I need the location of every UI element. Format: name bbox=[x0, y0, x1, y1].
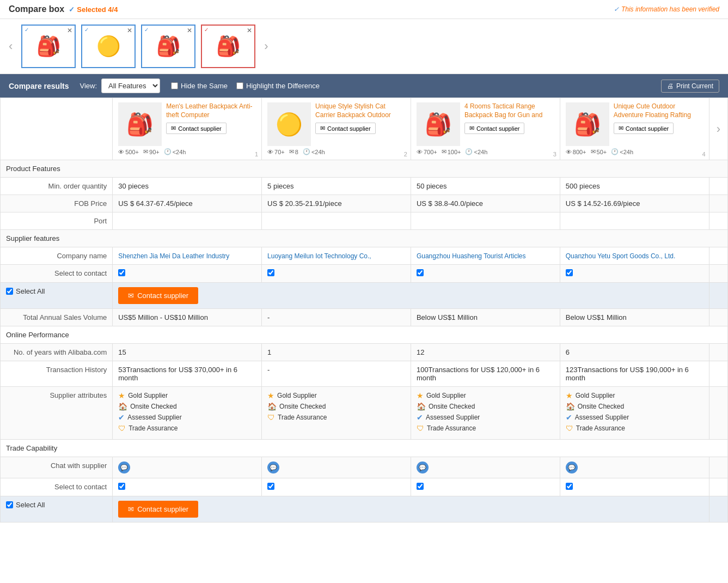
highlight-diff-checkbox[interactable]: Highlight the Difference bbox=[236, 82, 320, 90]
thumbnail-1[interactable]: ✓ 🎒 ✕ bbox=[21, 25, 76, 68]
thumb-close-2[interactable]: ✕ bbox=[127, 27, 132, 34]
supplier-features-header: Supplier features bbox=[1, 230, 728, 247]
thumbnail-2[interactable]: ✓ 🟡 ✕ bbox=[81, 25, 136, 68]
company-name-row: Company name Shenzhen Jia Mei Da Leather… bbox=[1, 247, 728, 265]
toolbar-view: View: All Features bbox=[79, 78, 160, 93]
product-image-1: 🎒 bbox=[118, 102, 162, 146]
product-title-4: Unique Cute Outdoor Adventure Floating R… bbox=[614, 102, 703, 119]
product-header-row: 🎒 Men's Leather Backpack Anti-theft Comp… bbox=[1, 98, 728, 160]
views-4: 👁800+ bbox=[566, 149, 586, 155]
badge-assessed-3: ✔Assessed Supplier bbox=[417, 413, 554, 422]
select-checkbox-2-4[interactable] bbox=[560, 478, 709, 496]
trade-capability-label: Trade Capability bbox=[1, 440, 728, 457]
total-sales-row: Total Annual Sales Volume US$5 Million -… bbox=[1, 309, 728, 326]
chat-btn-1[interactable]: 💬 bbox=[118, 461, 130, 473]
product-card-2: 🟡 Unique Style Stylish Cat Carrier Backp… bbox=[267, 102, 405, 146]
thumb-close-4[interactable]: ✕ bbox=[247, 27, 252, 34]
thumb-img-1: 🎒 bbox=[36, 35, 61, 58]
views-3: 👁700+ bbox=[417, 149, 437, 155]
badge-onsite-2: 🏠Onsite Checked bbox=[267, 402, 405, 411]
product-stats-1: 👁500+ ✉90+ 🕐<24h bbox=[118, 148, 256, 155]
select-checkbox-2-2[interactable] bbox=[262, 478, 411, 496]
company-link-1[interactable]: Shenzhen Jia Mei Da Leather Industry bbox=[118, 252, 229, 260]
prev-arrow[interactable]: ‹ bbox=[9, 39, 16, 53]
product-num-2: 2 bbox=[404, 151, 407, 157]
thumb-close-1[interactable]: ✕ bbox=[67, 27, 72, 34]
table-next-arrow[interactable]: › bbox=[717, 122, 720, 136]
chat-supplier-row: Chat with supplier 💬 💬 💬 💬 bbox=[1, 457, 728, 478]
select-checkbox-1[interactable] bbox=[113, 265, 262, 283]
product-stats-3: 👁700+ ✉100+ 🕐<24h bbox=[417, 148, 554, 155]
product-image-4: 🎒 bbox=[566, 102, 609, 146]
envelope-icon-3: ✉ bbox=[469, 125, 474, 132]
select-checkbox-3[interactable] bbox=[411, 265, 560, 283]
company-link-2[interactable]: Luoyang Meilun Iot Technology Co., bbox=[267, 252, 371, 260]
total-sales-val-4: Below US$1 Million bbox=[560, 309, 709, 326]
select-all-checkbox-2[interactable] bbox=[6, 501, 13, 508]
thumb-check-2: ✓ bbox=[84, 27, 89, 33]
contact-supplier-btn-1[interactable]: ✉ Contact supplier bbox=[118, 287, 198, 304]
total-sales-empty bbox=[709, 309, 727, 326]
online-performance-header: Online Performance bbox=[1, 326, 728, 344]
select-checkbox-4[interactable] bbox=[560, 265, 709, 283]
home-icon-1: 🏠 bbox=[118, 402, 127, 411]
verified-info: ✓ This information has been verified bbox=[614, 5, 719, 13]
company-link-3[interactable]: Guangzhou Huasheng Tourist Articles bbox=[417, 252, 526, 260]
chat-btn-4[interactable]: 💬 bbox=[566, 461, 578, 473]
product-features-header: Product Features bbox=[1, 160, 728, 178]
toolbar: Compare results View: All Features Hide … bbox=[0, 74, 728, 98]
select-all-checkbox-1[interactable] bbox=[6, 288, 13, 295]
chat-btn-3[interactable]: 💬 bbox=[417, 461, 429, 473]
years-alibaba-val-4: 6 bbox=[560, 344, 709, 361]
contact-btn-3[interactable]: ✉ Contact supplier bbox=[464, 123, 525, 134]
trade-icon-4: 🛡 bbox=[566, 424, 573, 433]
fob-price-val-1: US $ 64.37-67.45/piece bbox=[113, 195, 262, 212]
print-button[interactable]: 🖨 Print Current bbox=[661, 80, 719, 93]
years-alibaba-row: No. of years with Alibaba.com 15 1 12 6 bbox=[1, 344, 728, 361]
select-checkbox-2[interactable] bbox=[262, 265, 411, 283]
view-select[interactable]: All Features bbox=[101, 78, 160, 93]
min-order-val-3: 50 pieces bbox=[411, 178, 560, 195]
gold-icon-1: ★ bbox=[118, 391, 125, 400]
thumbnail-3[interactable]: ✓ 🎒 ✕ bbox=[141, 25, 195, 68]
total-sales-label: Total Annual Sales Volume bbox=[1, 309, 113, 326]
contact-btn-4[interactable]: ✉ Contact supplier bbox=[614, 123, 674, 134]
messages-4: ✉50+ bbox=[591, 148, 607, 155]
company-link-4[interactable]: Quanzhou Yetu Sport Goods Co., Ltd. bbox=[566, 252, 675, 260]
badge-assessed-4: ✔Assessed Supplier bbox=[566, 413, 703, 422]
contact-btn-1[interactable]: ✉ Contact supplier bbox=[166, 123, 227, 134]
assessed-icon-3: ✔ bbox=[417, 413, 423, 422]
contact-btn-2[interactable]: ✉ Contact supplier bbox=[315, 123, 376, 134]
next-arrow[interactable]: › bbox=[261, 39, 268, 53]
port-empty bbox=[709, 212, 727, 230]
chat-supplier-btn-cell-1: 💬 bbox=[113, 457, 262, 478]
thumbnail-4[interactable]: ✓ 🎒 ✕ bbox=[201, 25, 255, 68]
empty-label bbox=[1, 98, 113, 160]
compare-table: 🎒 Men's Leather Backpack Anti-theft Comp… bbox=[0, 98, 728, 523]
next-arrow-col[interactable]: › bbox=[709, 98, 727, 160]
thumb-close-3[interactable]: ✕ bbox=[187, 27, 192, 34]
select-all-label-1: Select All bbox=[6, 287, 107, 295]
select-checkbox-2-3[interactable] bbox=[411, 478, 560, 496]
product-info-3: 4 Rooms Tactical Range Backpack Bag for … bbox=[464, 102, 554, 146]
product-num-3: 3 bbox=[553, 151, 556, 157]
views-2: 👁70+ bbox=[267, 149, 285, 155]
select-all-label-2: Select All bbox=[6, 501, 107, 509]
thumbnail-row: ‹ ✓ 🎒 ✕ ✓ 🟡 ✕ ✓ 🎒 ✕ ✓ 🎒 ✕ › bbox=[0, 19, 728, 74]
chat-btn-2[interactable]: 💬 bbox=[267, 461, 279, 473]
company-name-val-1: Shenzhen Jia Mei Da Leather Industry bbox=[113, 247, 262, 265]
select-to-contact-label: Select to contact bbox=[1, 265, 113, 283]
select-checkbox-2-1[interactable] bbox=[113, 478, 262, 496]
port-row: Port bbox=[1, 212, 728, 230]
product-card-1: 🎒 Men's Leather Backpack Anti-theft Comp… bbox=[118, 102, 256, 146]
thumb-check-4: ✓ bbox=[204, 27, 209, 33]
hide-same-checkbox[interactable]: Hide the Same bbox=[171, 82, 228, 90]
compare-box-title: Compare box ✓ Selected 4/4 bbox=[9, 4, 118, 14]
thumb-check-3: ✓ bbox=[144, 27, 149, 33]
product-info-2: Unique Style Stylish Cat Carrier Backpac… bbox=[315, 102, 405, 146]
thumb-check-1: ✓ bbox=[25, 27, 29, 33]
contact-supplier-btn-2[interactable]: ✉ Contact supplier bbox=[118, 501, 198, 518]
badge-onsite-4: 🏠Onsite Checked bbox=[566, 402, 703, 411]
product-info-4: Unique Cute Outdoor Adventure Floating R… bbox=[614, 102, 703, 146]
fob-price-label: FOB Price bbox=[1, 195, 113, 212]
